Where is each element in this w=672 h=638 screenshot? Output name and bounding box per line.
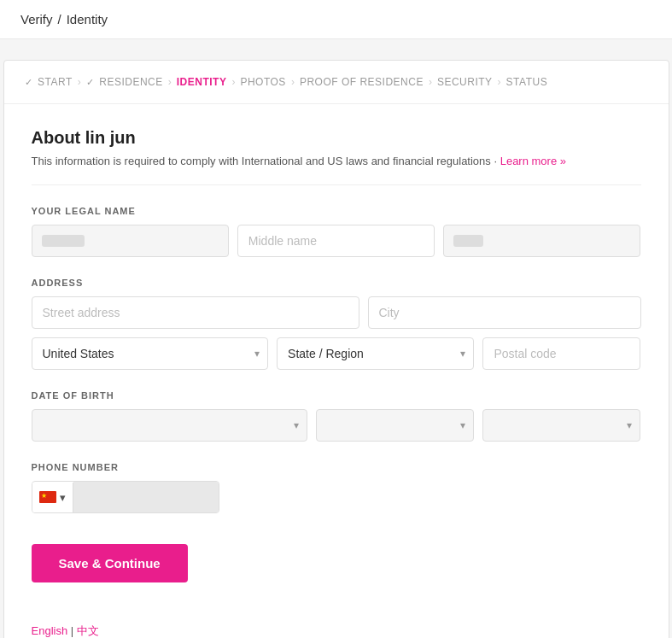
dob-label: DATE OF BIRTH — [32, 390, 641, 401]
main-container: ✓ START › ✓ RESIDENCE › IDENTITY › PHOTO… — [3, 60, 669, 638]
address-label: ADDRESS — [32, 278, 641, 288]
address-group: ADDRESS United States China United Kingd… — [32, 278, 641, 370]
breadcrumb-residence[interactable]: ✓ RESIDENCE — [86, 76, 163, 88]
breadcrumb-photos-label: PHOTOS — [240, 76, 285, 88]
about-desc: This information is required to comply w… — [32, 155, 641, 167]
check-icon-residence: ✓ — [86, 77, 95, 88]
breadcrumb-identity-label: IDENTITY — [177, 76, 227, 88]
phone-flag-selector[interactable]: ▾ — [32, 483, 73, 512]
day-select[interactable]: for(let i=1;i<=31;i++) document.write(`<… — [316, 409, 474, 442]
legal-name-row — [32, 225, 641, 257]
verify-label: Verify — [20, 12, 53, 26]
legal-name-group: YOUR LEGAL NAME — [32, 206, 641, 257]
first-name-wrapper — [32, 225, 229, 257]
lang-chinese-link[interactable]: 中文 — [77, 624, 99, 637]
phone-row: ▾ — [32, 481, 219, 513]
footer-language: English | 中文 — [4, 623, 669, 638]
month-select[interactable]: JanuaryFebruaryMarch AprilMayJune JulyAu… — [32, 409, 308, 442]
address-row-2: United States China United Kingdom State… — [32, 337, 641, 370]
legal-name-label: YOUR LEGAL NAME — [32, 206, 641, 216]
breadcrumb-security[interactable]: SECURITY — [437, 76, 493, 88]
dob-row: JanuaryFebruaryMarch AprilMayJune JulyAu… — [32, 409, 641, 442]
first-name-blur — [42, 235, 85, 247]
middle-name-input[interactable] — [237, 225, 435, 257]
save-continue-button[interactable]: Save & Continue — [32, 544, 188, 582]
sep-3: › — [231, 76, 235, 88]
breadcrumb-security-label: SECURITY — [437, 76, 493, 88]
top-bar: Verify / Identity — [0, 0, 672, 39]
learn-more-link[interactable]: Learn more » — [500, 155, 566, 167]
last-name-wrapper — [443, 225, 640, 257]
divider — [32, 184, 641, 185]
breadcrumb: ✓ START › ✓ RESIDENCE › IDENTITY › PHOTO… — [4, 61, 669, 104]
breadcrumb-residence-label: RESIDENCE — [99, 76, 163, 88]
day-wrapper: for(let i=1;i<=31;i++) document.write(`<… — [316, 409, 474, 442]
postal-input[interactable] — [482, 337, 640, 370]
last-name-blur — [453, 235, 483, 247]
about-title: About lin jun — [32, 128, 641, 148]
sep-6: › — [498, 76, 501, 88]
state-wrapper: State / Region California New York — [277, 337, 474, 370]
china-flag-icon — [39, 491, 56, 503]
sep-2: › — [168, 76, 172, 88]
lang-separator: | — [71, 624, 77, 637]
topbar-separator: / — [58, 12, 61, 26]
street-wrapper — [32, 296, 359, 329]
dob-group: DATE OF BIRTH JanuaryFebruaryMarch April… — [32, 390, 641, 442]
postal-wrapper — [482, 337, 640, 370]
state-select[interactable]: State / Region California New York — [277, 337, 474, 370]
sep-4: › — [291, 76, 295, 88]
year-wrapper: 1920192119221923192419251926192719281929… — [482, 409, 640, 442]
year-select[interactable]: 1920192119221923192419251926192719281929… — [482, 409, 640, 442]
country-select[interactable]: United States China United Kingdom — [32, 337, 269, 370]
check-icon-start: ✓ — [25, 77, 33, 88]
breadcrumb-start-label: START — [38, 76, 73, 88]
identity-label: Identity — [67, 12, 108, 26]
phone-label: PHONE NUMBER — [32, 462, 641, 472]
sep-1: › — [78, 76, 81, 88]
breadcrumb-status-label: STATUS — [506, 76, 548, 88]
middle-name-wrapper — [237, 225, 435, 257]
city-wrapper — [368, 296, 641, 329]
city-input[interactable] — [368, 296, 641, 329]
month-wrapper: JanuaryFebruaryMarch AprilMayJune JulyAu… — [32, 409, 308, 442]
breadcrumb-status[interactable]: STATUS — [506, 76, 548, 88]
breadcrumb-proof-label: PROOF OF RESIDENCE — [300, 76, 424, 88]
lang-english-link[interactable]: English — [32, 624, 68, 637]
address-row-1 — [32, 296, 641, 329]
form-section: About lin jun This information is requir… — [4, 104, 669, 623]
phone-group: PHONE NUMBER ▾ — [32, 462, 641, 513]
street-input[interactable] — [32, 296, 359, 329]
breadcrumb-photos[interactable]: PHOTOS — [240, 76, 285, 88]
sep-5: › — [429, 76, 432, 88]
country-wrapper: United States China United Kingdom — [32, 337, 269, 370]
breadcrumb-start[interactable]: ✓ START — [25, 76, 73, 88]
phone-country-code: ▾ — [60, 491, 66, 504]
breadcrumb-identity[interactable]: IDENTITY — [177, 76, 227, 88]
phone-number-input[interactable] — [73, 482, 219, 512]
breadcrumb-proof[interactable]: PROOF OF RESIDENCE — [300, 76, 424, 88]
